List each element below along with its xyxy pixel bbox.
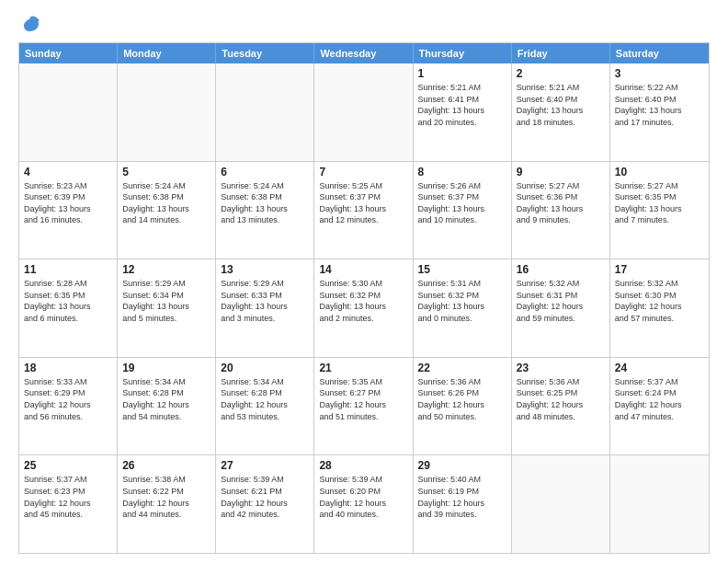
day-info: Sunrise: 5:28 AM Sunset: 6:35 PM Dayligh… <box>24 278 112 324</box>
calendar-cell: 5Sunrise: 5:24 AM Sunset: 6:38 PM Daylig… <box>118 162 216 259</box>
day-info: Sunrise: 5:34 AM Sunset: 6:28 PM Dayligh… <box>221 376 309 422</box>
day-number: 13 <box>221 263 309 276</box>
page: SundayMondayTuesdayWednesdayThursdayFrid… <box>0 0 728 563</box>
day-info: Sunrise: 5:35 AM Sunset: 6:27 PM Dayligh… <box>319 376 407 422</box>
calendar-cell <box>118 63 216 161</box>
day-info: Sunrise: 5:40 AM Sunset: 6:19 PM Dayligh… <box>418 474 506 520</box>
calendar-row: 18Sunrise: 5:33 AM Sunset: 6:29 PM Dayli… <box>19 357 709 455</box>
calendar-cell: 2Sunrise: 5:21 AM Sunset: 6:40 PM Daylig… <box>512 63 610 161</box>
day-info: Sunrise: 5:36 AM Sunset: 6:26 PM Dayligh… <box>418 376 506 422</box>
calendar-cell: 15Sunrise: 5:31 AM Sunset: 6:32 PM Dayli… <box>414 259 512 357</box>
calendar-cell: 16Sunrise: 5:32 AM Sunset: 6:31 PM Dayli… <box>512 259 610 357</box>
calendar-cell: 3Sunrise: 5:22 AM Sunset: 6:40 PM Daylig… <box>610 63 709 161</box>
calendar-header-cell: Monday <box>118 43 216 63</box>
day-number: 11 <box>24 263 112 276</box>
calendar-cell: 26Sunrise: 5:38 AM Sunset: 6:22 PM Dayli… <box>118 455 216 553</box>
day-number: 2 <box>517 67 605 80</box>
day-info: Sunrise: 5:24 AM Sunset: 6:38 PM Dayligh… <box>122 180 210 226</box>
day-number: 16 <box>517 263 605 276</box>
calendar-cell: 21Sunrise: 5:35 AM Sunset: 6:27 PM Dayli… <box>314 358 413 455</box>
day-number: 21 <box>319 362 407 374</box>
day-info: Sunrise: 5:21 AM Sunset: 6:40 PM Dayligh… <box>517 82 605 128</box>
calendar-cell: 19Sunrise: 5:34 AM Sunset: 6:28 PM Dayli… <box>118 358 216 455</box>
calendar-cell: 27Sunrise: 5:39 AM Sunset: 6:21 PM Dayli… <box>216 455 314 553</box>
calendar-cell: 4Sunrise: 5:23 AM Sunset: 6:39 PM Daylig… <box>19 162 118 259</box>
logo <box>18 15 40 35</box>
day-number: 14 <box>319 263 407 276</box>
calendar-header: SundayMondayTuesdayWednesdayThursdayFrid… <box>19 43 709 63</box>
day-info: Sunrise: 5:27 AM Sunset: 6:36 PM Dayligh… <box>517 180 605 226</box>
day-number: 17 <box>615 263 704 276</box>
calendar-cell: 8Sunrise: 5:26 AM Sunset: 6:37 PM Daylig… <box>414 162 512 259</box>
day-number: 9 <box>517 166 605 178</box>
day-info: Sunrise: 5:38 AM Sunset: 6:22 PM Dayligh… <box>122 474 210 520</box>
day-number: 7 <box>319 166 407 178</box>
day-info: Sunrise: 5:32 AM Sunset: 6:31 PM Dayligh… <box>517 278 605 324</box>
day-info: Sunrise: 5:30 AM Sunset: 6:32 PM Dayligh… <box>319 278 407 324</box>
calendar-cell: 1Sunrise: 5:21 AM Sunset: 6:41 PM Daylig… <box>414 63 512 161</box>
calendar-header-cell: Friday <box>512 43 610 63</box>
calendar-cell: 20Sunrise: 5:34 AM Sunset: 6:28 PM Dayli… <box>216 358 314 455</box>
day-info: Sunrise: 5:32 AM Sunset: 6:30 PM Dayligh… <box>615 278 704 324</box>
day-number: 29 <box>418 459 506 472</box>
logo-bird-icon <box>20 15 40 35</box>
calendar-cell: 13Sunrise: 5:29 AM Sunset: 6:33 PM Dayli… <box>216 259 314 357</box>
day-number: 18 <box>24 362 112 374</box>
day-number: 15 <box>418 263 506 276</box>
day-number: 12 <box>122 263 210 276</box>
day-info: Sunrise: 5:21 AM Sunset: 6:41 PM Dayligh… <box>418 82 506 128</box>
day-number: 25 <box>24 459 112 472</box>
day-number: 26 <box>122 459 210 472</box>
day-number: 10 <box>615 166 704 178</box>
day-info: Sunrise: 5:39 AM Sunset: 6:21 PM Dayligh… <box>221 474 309 520</box>
calendar-row: 1Sunrise: 5:21 AM Sunset: 6:41 PM Daylig… <box>19 63 709 161</box>
day-info: Sunrise: 5:34 AM Sunset: 6:28 PM Dayligh… <box>122 376 210 422</box>
calendar-header-cell: Thursday <box>414 43 512 63</box>
calendar-cell: 29Sunrise: 5:40 AM Sunset: 6:19 PM Dayli… <box>414 455 512 553</box>
day-number: 4 <box>24 166 112 178</box>
calendar-cell: 11Sunrise: 5:28 AM Sunset: 6:35 PM Dayli… <box>19 259 118 357</box>
calendar-header-cell: Wednesday <box>314 43 413 63</box>
calendar-cell: 7Sunrise: 5:25 AM Sunset: 6:37 PM Daylig… <box>314 162 413 259</box>
day-number: 1 <box>418 67 506 80</box>
calendar-cell: 24Sunrise: 5:37 AM Sunset: 6:24 PM Dayli… <box>610 358 709 455</box>
calendar-row: 25Sunrise: 5:37 AM Sunset: 6:23 PM Dayli… <box>19 454 709 553</box>
calendar-cell: 14Sunrise: 5:30 AM Sunset: 6:32 PM Dayli… <box>314 259 413 357</box>
calendar-row: 4Sunrise: 5:23 AM Sunset: 6:39 PM Daylig… <box>19 161 709 259</box>
day-info: Sunrise: 5:23 AM Sunset: 6:39 PM Dayligh… <box>24 180 112 226</box>
calendar-cell <box>314 63 413 161</box>
calendar-header-cell: Sunday <box>19 43 118 63</box>
day-info: Sunrise: 5:27 AM Sunset: 6:35 PM Dayligh… <box>615 180 704 226</box>
day-number: 6 <box>221 166 309 178</box>
day-number: 28 <box>319 459 407 472</box>
calendar-header-cell: Tuesday <box>216 43 314 63</box>
day-number: 24 <box>615 362 704 374</box>
day-number: 20 <box>221 362 309 374</box>
calendar-cell: 6Sunrise: 5:24 AM Sunset: 6:38 PM Daylig… <box>216 162 314 259</box>
calendar-cell: 17Sunrise: 5:32 AM Sunset: 6:30 PM Dayli… <box>610 259 709 357</box>
calendar-cell <box>512 455 610 553</box>
day-info: Sunrise: 5:26 AM Sunset: 6:37 PM Dayligh… <box>418 180 506 226</box>
day-info: Sunrise: 5:31 AM Sunset: 6:32 PM Dayligh… <box>418 278 506 324</box>
day-info: Sunrise: 5:24 AM Sunset: 6:38 PM Dayligh… <box>221 180 309 226</box>
day-info: Sunrise: 5:39 AM Sunset: 6:20 PM Dayligh… <box>319 474 407 520</box>
calendar-cell <box>19 63 118 161</box>
day-info: Sunrise: 5:25 AM Sunset: 6:37 PM Dayligh… <box>319 180 407 226</box>
calendar-row: 11Sunrise: 5:28 AM Sunset: 6:35 PM Dayli… <box>19 259 709 357</box>
calendar-cell <box>610 455 709 553</box>
calendar: SundayMondayTuesdayWednesdayThursdayFrid… <box>18 42 710 554</box>
calendar-cell: 25Sunrise: 5:37 AM Sunset: 6:23 PM Dayli… <box>19 455 118 553</box>
day-info: Sunrise: 5:37 AM Sunset: 6:23 PM Dayligh… <box>24 474 112 520</box>
day-number: 8 <box>418 166 506 178</box>
day-info: Sunrise: 5:29 AM Sunset: 6:33 PM Dayligh… <box>221 278 309 324</box>
day-number: 19 <box>122 362 210 374</box>
calendar-cell: 23Sunrise: 5:36 AM Sunset: 6:25 PM Dayli… <box>512 358 610 455</box>
day-info: Sunrise: 5:36 AM Sunset: 6:25 PM Dayligh… <box>517 376 605 422</box>
day-info: Sunrise: 5:29 AM Sunset: 6:34 PM Dayligh… <box>122 278 210 324</box>
calendar-cell: 18Sunrise: 5:33 AM Sunset: 6:29 PM Dayli… <box>19 358 118 455</box>
header <box>18 15 710 35</box>
day-number: 27 <box>221 459 309 472</box>
calendar-cell: 10Sunrise: 5:27 AM Sunset: 6:35 PM Dayli… <box>610 162 709 259</box>
day-number: 23 <box>517 362 605 374</box>
calendar-header-cell: Saturday <box>610 43 709 63</box>
